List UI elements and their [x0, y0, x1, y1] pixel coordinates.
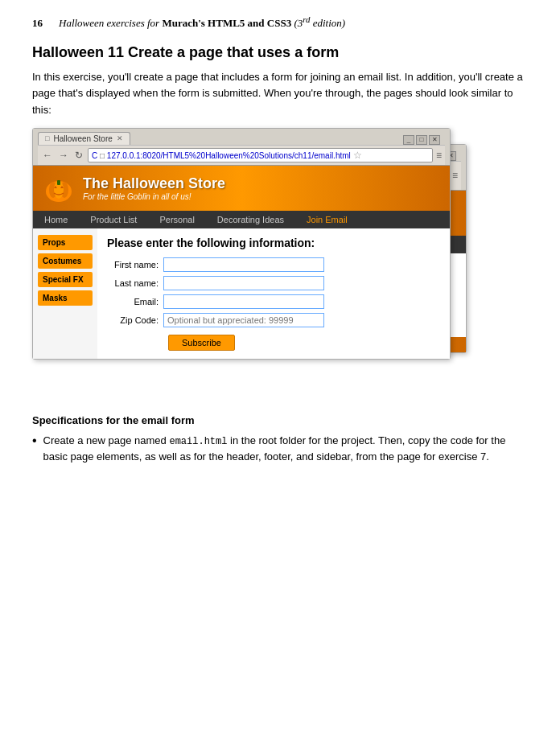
address-url-1: 127.0.0.1:8020/HTML5%20Halloween%20Solut… [107, 151, 351, 160]
win-restore-1[interactable]: □ [416, 135, 427, 145]
refresh-btn-1[interactable]: ↻ [73, 150, 84, 161]
hw-site-1: The Halloween Store For the little Gobli… [33, 166, 450, 359]
win-close-1[interactable]: ✕ [429, 135, 440, 145]
input-email[interactable] [163, 294, 324, 309]
specs-section: Specifications for the email form • Crea… [32, 414, 528, 465]
url-star-1: ☆ [353, 150, 362, 161]
hw-title-block-1: The Halloween Store For the little Gobli… [83, 175, 225, 201]
subscribe-button[interactable]: Subscribe [168, 335, 235, 351]
win-minimize-1[interactable]: _ [403, 135, 414, 145]
address-bar-1[interactable]: C □ 127.0.0.1:8020/HTML5%20Halloween%20S… [88, 148, 433, 162]
form-row-firstname: First name: [107, 257, 440, 272]
bullet-icon: • [32, 433, 37, 465]
page-header-text: Halloween exercises for Murach's HTML5 a… [59, 14, 345, 30]
specs-heading: Specifications for the email form [32, 414, 528, 426]
svg-rect-11 [57, 180, 60, 185]
address-c-1: C [92, 151, 100, 160]
nav-product-1[interactable]: Product List [79, 211, 148, 228]
page-header: 16 Halloween exercises for Murach's HTML… [32, 14, 528, 30]
back-btn-1[interactable]: ← [41, 150, 54, 161]
hw-body-1: Props Costumes Special FX Masks Please e… [33, 228, 450, 359]
specs-list: • Create a new page named email.html in … [32, 433, 528, 465]
form-submit-row: Subscribe [107, 331, 440, 351]
menu-btn-1[interactable]: ≡ [436, 150, 442, 161]
list-item: • Create a new page named email.html in … [32, 433, 528, 465]
hw-store-subtitle-1: For the little Goblin in all of us! [83, 192, 225, 201]
label-firstname: First name: [107, 260, 163, 269]
tab-bar-1: □ Halloween Store ✕ [38, 132, 445, 145]
nav-home-1[interactable]: Home [33, 211, 79, 228]
hw-store-title-1: The Halloween Store [83, 175, 225, 192]
email-form: First name: Last name: Email: Zip C [107, 257, 440, 351]
hw-main-1: Please enter the following information: … [97, 228, 450, 359]
form-row-zip: Zip Code: [107, 313, 440, 327]
window-controls-1: _ □ ✕ [403, 135, 440, 145]
tab-label-1: Halloween Store [53, 134, 112, 143]
label-lastname: Last name: [107, 278, 163, 288]
tab-icon-1: □ [45, 134, 49, 142]
sidebar-specialfx-1[interactable]: Special FX [38, 272, 93, 287]
tab-close-1[interactable]: ✕ [117, 134, 123, 142]
intro-paragraph: In this exercise, you'll create a page t… [32, 69, 528, 117]
pumpkin-logo-1 [43, 172, 75, 204]
page-number: 16 [32, 17, 43, 30]
toolbar-1: ← → ↻ C □ 127.0.0.1:8020/HTML5%20Hallowe… [38, 145, 445, 165]
sidebar-props-1[interactable]: Props [38, 235, 93, 250]
nav-decorating-1[interactable]: Decorating Ideas [206, 211, 295, 228]
label-zip: Zip Code: [107, 315, 163, 325]
browser-window-1: □ Halloween Store ✕ _ □ ✕ ← → ↻ C □ [32, 128, 451, 360]
form-row-lastname: Last name: [107, 276, 440, 290]
form-heading: Please enter the following information: [107, 236, 440, 249]
browser-tab-1: □ Halloween Store ✕ [38, 132, 130, 145]
section-heading: Halloween 11 Create a page that uses a f… [32, 44, 528, 61]
input-lastname[interactable] [163, 276, 324, 290]
label-email: Email: [107, 297, 163, 306]
spec-text-1: Create a new page named email.html in th… [43, 433, 528, 465]
hw-nav-1: Home Product List Personal Decorating Id… [33, 211, 450, 228]
form-row-email: Email: [107, 294, 440, 309]
browser-chrome-1: □ Halloween Store ✕ _ □ ✕ ← → ↻ C □ [33, 129, 450, 166]
input-zip[interactable] [163, 313, 324, 327]
menu-btn-2[interactable]: ≡ [452, 170, 458, 181]
edition: (3rd edition) [294, 17, 345, 29]
input-firstname[interactable] [163, 257, 324, 272]
hw-sidebar-1: Props Costumes Special FX Masks [33, 228, 97, 359]
nav-joinemail-1[interactable]: Join Email [295, 211, 359, 228]
address-sep-1: □ [100, 151, 107, 160]
forward-btn-1[interactable]: → [57, 150, 70, 161]
sidebar-masks-1[interactable]: Masks [38, 290, 93, 306]
sidebar-costumes-1[interactable]: Costumes [38, 253, 93, 269]
nav-personal-1[interactable]: Personal [148, 211, 205, 228]
hw-header-1: The Halloween Store For the little Gobli… [33, 166, 450, 211]
browser-screenshots: □ Halloween Store ✕ _ □ ✕ ← → ↻ C □ [32, 128, 528, 401]
